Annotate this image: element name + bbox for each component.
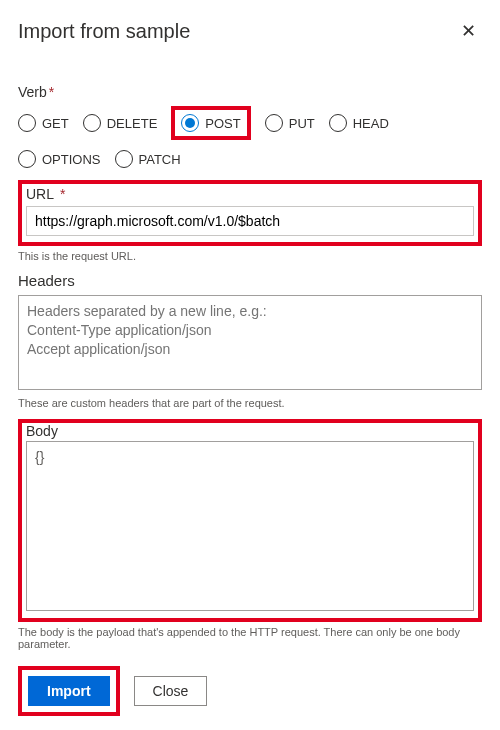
verb-radio-row-2: OPTIONS PATCH bbox=[18, 150, 482, 168]
verb-label: Verb* bbox=[18, 84, 482, 100]
close-icon[interactable]: ✕ bbox=[455, 18, 482, 44]
verb-radio-row-1: GET DELETE POST PUT HEAD bbox=[18, 106, 482, 140]
verb-radio-delete[interactable]: DELETE bbox=[83, 114, 158, 132]
radio-icon bbox=[18, 114, 36, 132]
import-from-sample-dialog: Import from sample ✕ Verb* GET DELETE PO… bbox=[0, 0, 500, 730]
verb-radio-put[interactable]: PUT bbox=[265, 114, 315, 132]
verb-radio-get-label: GET bbox=[42, 116, 69, 131]
dialog-footer: Import Close bbox=[18, 666, 482, 716]
headers-label: Headers bbox=[18, 272, 482, 289]
dialog-header: Import from sample ✕ bbox=[18, 18, 482, 44]
verb-radio-get[interactable]: GET bbox=[18, 114, 69, 132]
highlight-url: URL * bbox=[18, 180, 482, 246]
headers-textarea[interactable] bbox=[18, 295, 482, 390]
verb-radio-delete-label: DELETE bbox=[107, 116, 158, 131]
highlight-import: Import bbox=[18, 666, 120, 716]
import-button[interactable]: Import bbox=[28, 676, 110, 706]
verb-radio-patch-label: PATCH bbox=[139, 152, 181, 167]
verb-radio-options-label: OPTIONS bbox=[42, 152, 101, 167]
highlight-post: POST bbox=[171, 106, 250, 140]
verb-radio-patch[interactable]: PATCH bbox=[115, 150, 181, 168]
url-label: URL * bbox=[26, 186, 474, 202]
radio-icon bbox=[83, 114, 101, 132]
verb-radio-post-label: POST bbox=[205, 116, 240, 131]
dialog-title: Import from sample bbox=[18, 20, 190, 43]
verb-radio-post[interactable]: POST bbox=[181, 114, 240, 132]
close-button[interactable]: Close bbox=[134, 676, 208, 706]
verb-radio-head[interactable]: HEAD bbox=[329, 114, 389, 132]
radio-icon bbox=[329, 114, 347, 132]
url-input[interactable] bbox=[27, 207, 473, 235]
verb-radio-put-label: PUT bbox=[289, 116, 315, 131]
radio-icon bbox=[181, 114, 199, 132]
body-helper: The body is the payload that's appended … bbox=[18, 626, 482, 650]
url-input-wrap bbox=[26, 206, 474, 236]
radio-icon bbox=[18, 150, 36, 168]
body-textarea[interactable] bbox=[26, 441, 474, 611]
url-helper: This is the request URL. bbox=[18, 250, 482, 262]
radio-icon bbox=[265, 114, 283, 132]
verb-radio-head-label: HEAD bbox=[353, 116, 389, 131]
body-label: Body bbox=[26, 423, 474, 439]
required-asterisk: * bbox=[56, 186, 65, 202]
url-label-text: URL bbox=[26, 186, 54, 202]
headers-helper: These are custom headers that are part o… bbox=[18, 397, 482, 409]
radio-icon bbox=[115, 150, 133, 168]
highlight-body: Body bbox=[18, 419, 482, 622]
verb-label-text: Verb bbox=[18, 84, 47, 100]
verb-radio-options[interactable]: OPTIONS bbox=[18, 150, 101, 168]
required-asterisk: * bbox=[49, 84, 54, 100]
